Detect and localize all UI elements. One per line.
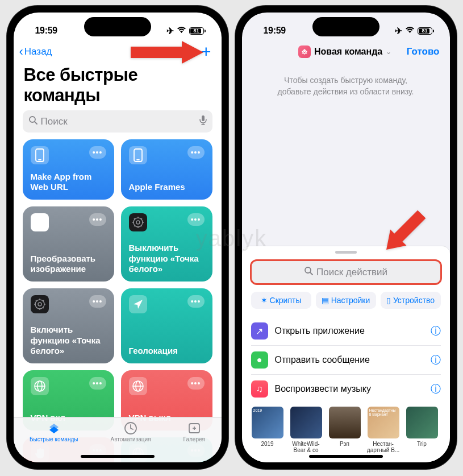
screen-shortcuts-list: 19:59 ✈ 81 ‹ Назад + Все быстрые кома	[14, 13, 222, 462]
suggested-actions: ↗ Открыть приложение ⓘ ● Отправить сообщ…	[242, 317, 450, 403]
back-label: Назад	[24, 46, 52, 57]
title-dropdown[interactable]: Новая команда ⌄	[298, 45, 391, 58]
search-bar[interactable]: Поиск	[23, 110, 212, 133]
airplane-icon: ✈	[166, 26, 174, 36]
album-item[interactable]: Рэп	[328, 407, 361, 453]
card-label: Включить функцию «Точка белого»	[31, 325, 106, 357]
back-button[interactable]: ‹ Назад	[19, 44, 52, 59]
sheet-grabber[interactable]	[335, 251, 357, 254]
globe-icon	[129, 377, 147, 395]
card-menu-button[interactable]: •••	[89, 295, 106, 308]
shortcut-card[interactable]: ••• Apple Frames	[121, 139, 212, 200]
info-icon[interactable]: ⓘ	[431, 353, 441, 367]
category-chip[interactable]: ▯ Устройство	[381, 292, 441, 309]
status-time: 19:59	[35, 26, 57, 36]
svg-point-8	[136, 221, 140, 224]
album-item[interactable]: WhiteWild-Bear & co	[290, 407, 323, 453]
done-button[interactable]: Готово	[407, 46, 440, 57]
action-label: Открыть приложение	[275, 326, 424, 336]
home-indicator[interactable]	[309, 455, 383, 458]
actions-bottom-sheet: Поиск действий ✶ Скрипты ▤ Настройки ▯ У…	[242, 246, 450, 462]
card-menu-button[interactable]: •••	[89, 146, 106, 159]
chip-label: Скрипты	[270, 296, 302, 305]
chip-icon: ▯	[386, 296, 391, 305]
card-menu-button[interactable]: •••	[187, 213, 205, 226]
shortcut-card[interactable]: ••• Выключить функцию «Точка белого»	[121, 206, 212, 282]
album-item[interactable]: 2019 2019	[251, 407, 284, 453]
card-menu-button[interactable]: •••	[187, 295, 205, 308]
photos-icon	[31, 213, 49, 231]
status-time: 19:59	[264, 26, 286, 36]
page-title: Все быстрые команды	[14, 64, 222, 110]
shortcut-card[interactable]: ••• Преобразовать изображение	[23, 206, 114, 282]
phone-icon	[129, 146, 147, 164]
category-chip[interactable]: ✶ Скрипты	[251, 292, 311, 309]
action-item[interactable]: ♫ Воспроизвести музыку ⓘ	[251, 375, 441, 403]
album-name: Trip	[417, 441, 427, 453]
shortcut-card[interactable]: ••• Геолокация	[121, 288, 212, 363]
card-label: Выключить функцию «Точка белого»	[129, 243, 205, 275]
action-icon: ↗	[251, 322, 268, 340]
card-menu-button[interactable]: •••	[187, 146, 205, 159]
chip-label: Устройство	[393, 296, 435, 305]
battery-indicator: 81	[418, 27, 434, 35]
search-placeholder: Поиск	[41, 116, 68, 127]
info-icon[interactable]: ⓘ	[431, 324, 441, 338]
tab-2[interactable]: Галерея	[183, 422, 205, 462]
shortcut-card[interactable]: ••• Make App from Web URL	[23, 139, 114, 200]
card-label: Make App from Web URL	[31, 172, 106, 193]
airplane-icon: ✈	[395, 26, 402, 36]
helper-text: Чтобы создать быструю команду, добавьте …	[242, 64, 450, 109]
chevron-down-icon: ⌄	[386, 48, 391, 56]
settings-icon	[31, 295, 49, 313]
card-menu-button[interactable]: •••	[89, 213, 106, 226]
svg-line-26	[310, 272, 312, 275]
nav-bar: Новая команда ⌄ Готово	[242, 41, 450, 64]
phone-right: 19:59 ✈ 81 Новая команда ⌄	[235, 6, 457, 469]
album-art	[290, 407, 322, 438]
dynamic-island	[312, 17, 379, 36]
search-icon	[28, 115, 37, 127]
shortcuts-grid: ••• Make App from Web URL ••• Apple Fram…	[14, 139, 222, 462]
card-menu-button[interactable]: •••	[187, 377, 205, 390]
album-item[interactable]: Trip	[406, 407, 439, 453]
action-search-bar[interactable]: Поиск действий	[251, 260, 441, 284]
album-art	[406, 407, 438, 438]
mic-icon[interactable]	[199, 115, 207, 128]
wifi-icon	[177, 26, 186, 36]
search-icon	[304, 266, 313, 278]
album-name: 2019	[261, 441, 273, 453]
action-item[interactable]: ● Отправить сообщение ⓘ	[251, 346, 441, 375]
card-menu-button[interactable]: •••	[89, 377, 106, 390]
album-name: WhiteWild-Bear & co	[290, 441, 323, 453]
album-name: Нестан-дартный В...	[367, 441, 400, 453]
action-label: Воспроизвести музыку	[275, 384, 424, 394]
status-indicators: ✈ 81	[166, 26, 206, 36]
svg-marker-27	[378, 206, 429, 258]
annotation-arrow-1	[131, 40, 205, 67]
category-chips: ✶ Скрипты ▤ Настройки ▯ Устройство	[242, 292, 450, 317]
chip-icon: ✶	[261, 296, 268, 305]
album-art	[329, 407, 361, 438]
svg-marker-24	[131, 41, 203, 64]
chip-label: Настройки	[331, 296, 370, 305]
battery-indicator: 81	[189, 27, 206, 35]
album-art: Нестандартны 8 Вариант	[368, 407, 399, 438]
category-chip[interactable]: ▤ Настройки	[316, 292, 376, 309]
globe-icon	[31, 377, 49, 395]
info-icon[interactable]: ⓘ	[431, 382, 441, 396]
status-indicators: ✈ 81	[395, 26, 434, 36]
tab-0[interactable]: Быстрые команды	[30, 422, 78, 462]
svg-rect-2	[202, 115, 205, 121]
album-item[interactable]: Нестандартны 8 Вариант Нестан-дартный В.…	[367, 407, 400, 453]
phone-icon	[31, 146, 49, 164]
location-icon	[129, 295, 147, 313]
wifi-icon	[405, 26, 415, 36]
action-icon: ●	[251, 351, 268, 369]
annotation-arrow-2	[377, 199, 434, 264]
chip-icon: ▤	[322, 296, 329, 305]
home-indicator[interactable]	[81, 455, 155, 458]
shortcut-card[interactable]: ••• Включить функцию «Точка белого»	[23, 288, 114, 363]
action-item[interactable]: ↗ Открыть приложение ⓘ	[251, 317, 441, 346]
card-label: Геолокация	[129, 346, 205, 357]
